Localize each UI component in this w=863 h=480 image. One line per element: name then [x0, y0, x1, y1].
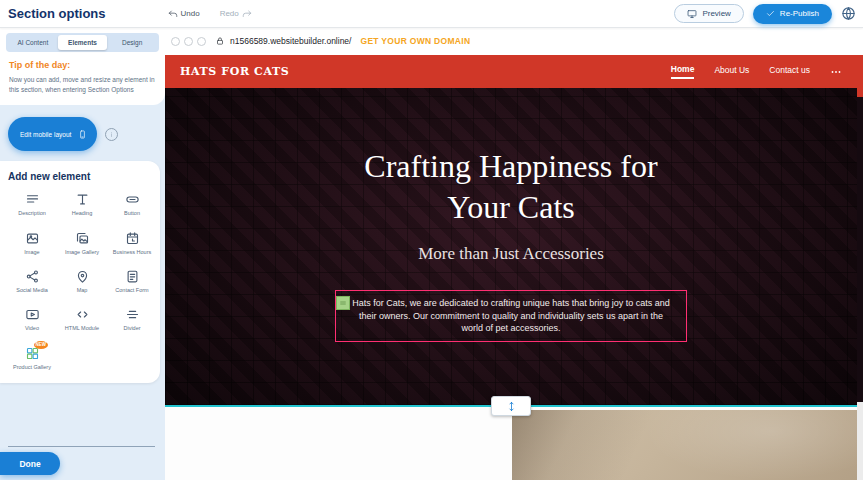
site-nav: Home About Us Contact us [671, 64, 842, 79]
page-title: Section options [8, 6, 106, 21]
tip-body: Now you can add, move and resize any ele… [9, 75, 156, 95]
next-section-area [165, 407, 857, 480]
element-contact-form[interactable]: Contact Form [108, 269, 156, 294]
check-icon [766, 9, 775, 18]
nav-about-us[interactable]: About Us [714, 65, 749, 78]
site-header[interactable]: HATS FOR CATS Home About Us Contact us [165, 55, 857, 88]
element-image-gallery[interactable]: Image Gallery [58, 231, 106, 256]
app-root: Section options Undo Redo Preview Re-Pub… [0, 0, 863, 480]
window-dot [197, 37, 206, 46]
element-heading[interactable]: Heading [58, 192, 106, 217]
mobile-layout-row: Edit mobile layout [0, 105, 165, 161]
get-domain-link[interactable]: GET YOUR OWN DOMAIN [360, 36, 470, 46]
video-icon [25, 307, 40, 322]
drag-handle-icon [339, 299, 347, 307]
site-preview: HATS FOR CATS Home About Us Contact us C… [165, 55, 857, 480]
republish-label: Re-Publish [780, 9, 819, 18]
sidebar-tabs: AI Content Elements Design [6, 33, 159, 52]
add-new-element-panel: Add new element Description Heading Butt… [0, 161, 160, 383]
tab-elements[interactable]: Elements [58, 35, 108, 50]
undo-label: Undo [181, 9, 200, 18]
element-social-media[interactable]: Social Media [8, 269, 56, 294]
image-gallery-icon [75, 231, 90, 246]
site-logo[interactable]: HATS FOR CATS [180, 65, 289, 78]
redo-button[interactable]: Redo [220, 9, 252, 19]
element-description[interactable]: Description [8, 192, 56, 217]
html-module-icon [75, 307, 90, 322]
redo-label: Redo [220, 9, 239, 18]
window-dot [184, 37, 193, 46]
top-toolbar: Section options Undo Redo Preview Re-Pub… [0, 0, 863, 28]
element-video[interactable]: Video [8, 307, 56, 332]
undo-icon [168, 9, 178, 19]
tab-ai-content[interactable]: AI Content [8, 35, 58, 50]
next-section-image[interactable] [512, 410, 857, 480]
element-image[interactable]: Image [8, 231, 56, 256]
monitor-icon [687, 9, 697, 19]
edit-mobile-layout-label: Edit mobile layout [20, 131, 71, 138]
edit-mobile-layout-button[interactable]: Edit mobile layout [8, 117, 97, 151]
hero-title-line2: Your Cats [364, 187, 657, 228]
button-icon [125, 192, 140, 207]
element-divider[interactable]: Divider [108, 307, 156, 332]
map-icon [75, 269, 90, 284]
nav-home[interactable]: Home [671, 64, 695, 79]
element-html-module[interactable]: HTML Module [58, 307, 106, 332]
hero-paragraph: Hats for Cats, we are dedicated to craft… [352, 298, 670, 334]
hero-title[interactable]: Crafting Happiness for Your Cats [364, 146, 657, 228]
description-icon [25, 192, 40, 207]
resize-arrows-icon [506, 400, 517, 413]
edge-strip-footer [857, 402, 863, 480]
social-media-icon [25, 269, 40, 284]
site-url: n1566589.websitebuilder.online/ [230, 36, 351, 46]
preview-label: Preview [702, 9, 730, 18]
hero-text-box[interactable]: Hats for Cats, we are dedicated to craft… [335, 290, 687, 342]
image-icon [25, 231, 40, 246]
republish-button[interactable]: Re-Publish [753, 4, 832, 24]
browser-chrome-bar: n1566589.websitebuilder.online/ GET YOUR… [165, 27, 863, 55]
hero-section[interactable]: Crafting Happiness for Your Cats More th… [165, 88, 857, 405]
business-hours-icon [125, 231, 140, 246]
history-controls: Undo Redo [168, 9, 252, 19]
done-button[interactable]: Done [0, 452, 60, 475]
element-grid: Description Heading Button Image Image G… [8, 192, 156, 371]
contact-form-icon [125, 269, 140, 284]
element-button[interactable]: Button [108, 192, 156, 217]
phone-icon [78, 127, 87, 142]
element-map[interactable]: Map [58, 269, 106, 294]
sidebar: AI Content Elements Design Tip of the da… [0, 27, 165, 480]
redo-icon [242, 9, 252, 19]
hero-subtitle[interactable]: More than Just Accessories [418, 244, 604, 264]
nav-more-icon[interactable] [830, 66, 842, 78]
divider-icon [125, 307, 140, 322]
globe-icon[interactable] [841, 6, 856, 21]
add-panel-title: Add new element [8, 171, 156, 182]
window-dot [171, 37, 180, 46]
undo-button[interactable]: Undo [168, 9, 200, 19]
nav-contact-us[interactable]: Contact us [769, 65, 810, 78]
canvas-edge-strip [857, 55, 863, 480]
sidebar-divider [8, 446, 155, 447]
sidebar-top-panel: AI Content Elements Design Tip of the da… [0, 27, 165, 105]
lock-icon [215, 36, 225, 46]
drag-handle[interactable] [336, 296, 350, 310]
edge-strip-header [857, 55, 863, 97]
window-dots [171, 37, 206, 46]
preview-button[interactable]: Preview [674, 4, 743, 23]
tip-of-the-day: Tip of the day: Now you can add, move an… [6, 52, 159, 95]
new-badge: NEW [34, 341, 49, 350]
tab-design[interactable]: Design [107, 35, 157, 50]
toolbar-actions: Preview Re-Publish [674, 4, 856, 24]
edge-strip-hero [857, 97, 863, 402]
section-resize-handle[interactable] [491, 396, 531, 416]
element-product-gallery[interactable]: NEW Product Gallery [8, 346, 56, 371]
info-icon[interactable] [105, 128, 118, 141]
hero-title-line1: Crafting Happiness for [364, 146, 657, 187]
heading-icon [75, 192, 90, 207]
tip-heading: Tip of the day: [9, 60, 156, 70]
element-business-hours[interactable]: Business Hours [108, 231, 156, 256]
canvas-workspace: n1566589.websitebuilder.online/ GET YOUR… [165, 27, 863, 480]
